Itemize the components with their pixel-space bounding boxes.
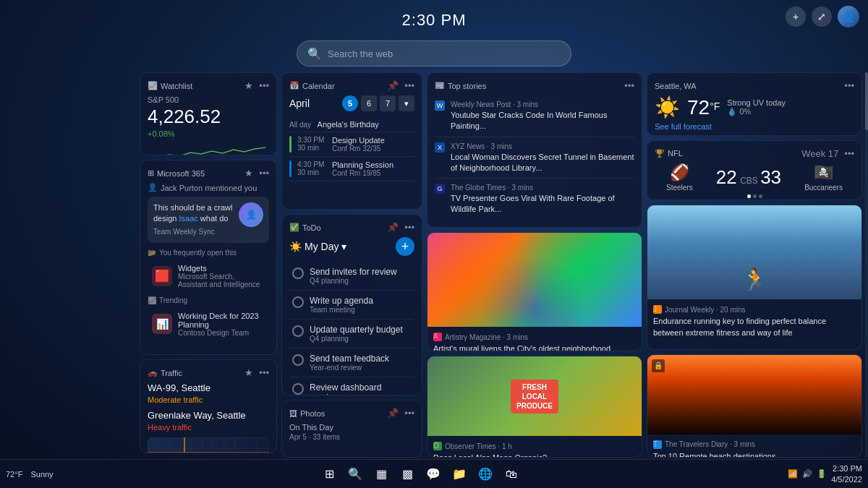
middle-column: 📅 Calendar 📌 ••• April 5 6 7 ▾ (281, 72, 422, 458)
endurance-source: J Journal Weekly · 20 mins (653, 305, 856, 314)
todo-checkbox-4[interactable] (292, 354, 304, 366)
beach-source-icon: T (653, 440, 662, 449)
story-1-content: Weekly News Post · 3 mins Youtube Star C… (451, 100, 634, 132)
photos-more[interactable]: ••• (404, 408, 414, 419)
scroll-thumb[interactable] (865, 72, 868, 130)
user-avatar[interactable]: 👤 (838, 6, 859, 27)
mural-news-card[interactable]: A Artistry Magazine · 3 mins Artist's mu… (427, 232, 642, 351)
photos-section: On This Day (289, 423, 414, 432)
explorer-button[interactable]: 📁 (449, 464, 469, 484)
app-item-widgets[interactable]: 🟥 Widgets Microsoft Search, Assistant an… (148, 260, 269, 292)
m365-more[interactable]: ••• (259, 168, 269, 179)
app-info: Widgets Microsoft Search, Assistant and … (178, 264, 265, 288)
traffic-more[interactable]: ••• (259, 367, 269, 378)
endurance-source-icon: J (653, 305, 662, 314)
pin-button[interactable]: ★ (244, 80, 253, 91)
todo-checkbox-3[interactable] (292, 325, 304, 337)
traffic-pin[interactable]: ★ (244, 367, 253, 378)
organic-image: FRESH LOCAL PRODUCE (427, 356, 642, 436)
start-button[interactable]: ⊞ (319, 464, 339, 484)
todo-item-1[interactable]: Send invites for review Q4 planning (289, 262, 414, 291)
taskbar-left: 72°F Sunny (6, 470, 54, 479)
endurance-news-card[interactable]: 🏃 J Journal Weekly · 20 mins Endurance r… (647, 205, 862, 349)
cal-nav: 5 6 7 ▾ (342, 95, 414, 111)
story-item-1[interactable]: W Weekly News Post · 3 mins Youtube Star… (435, 95, 634, 137)
cal-expand[interactable]: ▾ (399, 95, 414, 111)
widgets-taskbar-button[interactable]: ▩ (397, 464, 417, 484)
calendar-header: 📅 Calendar 📌 ••• (289, 80, 414, 91)
event-1-details: Design Update Conf Rm 32/35 (332, 136, 385, 153)
todo-more[interactable]: ••• (404, 222, 414, 233)
beach-news-card[interactable]: 🔒 T The Travelers Diary · 3 mins Top 10 … (647, 354, 862, 458)
endurance-image: 🏃 (647, 205, 861, 299)
traffic-location1: WA-99, Seattle (148, 382, 269, 393)
organic-news-card[interactable]: FRESH LOCAL PRODUCE O Observer Times · 1… (427, 356, 642, 458)
m365-controls: ★ ••• (244, 168, 269, 179)
todo-checkbox-1[interactable] (292, 267, 304, 279)
today-badge[interactable]: 5 (342, 95, 358, 111)
calendar-pin[interactable]: 📌 (387, 80, 399, 91)
search-bar[interactable]: 🔍 (297, 40, 571, 67)
photos-header: 🖼 Photos 📌 ••• (289, 408, 414, 419)
my-day-label[interactable]: ☀️ My Day ▾ (289, 241, 346, 252)
weather-title: Seattle, WA (655, 82, 697, 90)
more-button[interactable]: ••• (259, 80, 269, 91)
todo-checkbox-5[interactable] (292, 383, 304, 395)
event-2-info: 4:30 PM 30 min (297, 160, 326, 177)
nfl-more[interactable]: ••• (844, 148, 854, 159)
nfl-game: 🏈 Steelers 22 CBS 33 🏴‍☠️ Buccaneers (655, 163, 854, 192)
watchlist-title: 📈 Watchlist (148, 81, 192, 90)
m365-pin[interactable]: ★ (244, 168, 253, 179)
team1-logo: 🏈 (666, 163, 693, 182)
cal-event-2[interactable]: 4:30 PM 30 min Planning Session Conf Rm … (289, 157, 414, 181)
expand-button[interactable]: ⤢ (812, 7, 832, 27)
mention-content[interactable]: This should be a crawl design Isaac what… (148, 197, 269, 243)
add-task-button[interactable]: + (396, 237, 414, 256)
mural-headline: Artist's mural livens the City's oldest … (433, 343, 636, 351)
mural-pattern (427, 233, 642, 327)
story-2-icon: X (435, 142, 445, 153)
trend-item-icon: 📊 (152, 314, 172, 334)
user-avatar-sm: 👤 (239, 202, 263, 227)
scroll-indicator (865, 72, 868, 458)
todo-pin[interactable]: 📌 (387, 222, 399, 233)
forecast-link[interactable]: See full forecast (655, 122, 854, 131)
taskbar-time: 2:30 PM (831, 463, 862, 474)
edge-button[interactable]: 🌐 (475, 464, 495, 484)
traffic-widget: 🚗 Traffic ★ ••• WA-99, Seattle Moderate … (140, 359, 277, 453)
chat-button[interactable]: 💬 (423, 464, 443, 484)
todo-item-2[interactable]: Write up agenda Team meeting (289, 291, 414, 320)
weather-more[interactable]: ••• (844, 80, 854, 91)
stock-change: +0.08% (148, 129, 269, 138)
calendar-more[interactable]: ••• (404, 80, 414, 91)
endurance-more[interactable]: ••• (843, 347, 856, 350)
organic-source: O Observer Times · 1 h (433, 442, 636, 450)
store-button[interactable]: 🛍 (501, 464, 522, 484)
m365-icon: ⊞ (148, 168, 154, 178)
organic-label: FRESH LOCAL PRODUCE (511, 380, 558, 414)
todo-checkbox-2[interactable] (292, 296, 304, 308)
stories-more[interactable]: ••• (624, 80, 634, 91)
photos-pin[interactable]: 📌 (387, 408, 399, 419)
trend-item[interactable]: 📊 Working Deck for 2023 Planning Contoso… (148, 308, 269, 341)
todo-item-5[interactable]: Review dashboard numbers Daily tasks (289, 377, 414, 395)
task-view-button[interactable]: ▦ (371, 464, 391, 484)
organic-headline: Does Local Also Mean Organic? (433, 453, 636, 458)
search-taskbar-button[interactable]: 🔍 (345, 464, 365, 484)
search-input[interactable] (328, 48, 561, 59)
cal-event-1[interactable]: 3:30 PM 30 min Design Update Conf Rm 32/… (289, 132, 414, 157)
cal-next1[interactable]: 6 (361, 95, 377, 111)
event-1-info: 3:30 PM 30 min (297, 136, 326, 153)
add-widget-button[interactable]: + (786, 7, 806, 27)
taskbar-clock: 2:30 PM 4/5/2022 (831, 463, 862, 484)
todo-item-4[interactable]: Send team feedback Year-end review (289, 348, 414, 377)
story-item-3[interactable]: G The Globe Times · 3 mins TV Presenter … (435, 179, 634, 220)
traffic-controls: ★ ••• (244, 367, 269, 378)
todo-item-3[interactable]: Update quarterly budget Q4 planning (289, 320, 414, 348)
todo-item-4-content: Send team feedback Year-end review (310, 354, 389, 372)
map-grid (148, 437, 269, 453)
nfl-dots (655, 194, 854, 198)
cal-next2[interactable]: 7 (380, 95, 396, 111)
story-item-2[interactable]: X XYZ News · 3 mins Local Woman Discover… (435, 137, 634, 179)
m365-header: ⊞ Microsoft 365 ★ ••• (148, 168, 269, 179)
